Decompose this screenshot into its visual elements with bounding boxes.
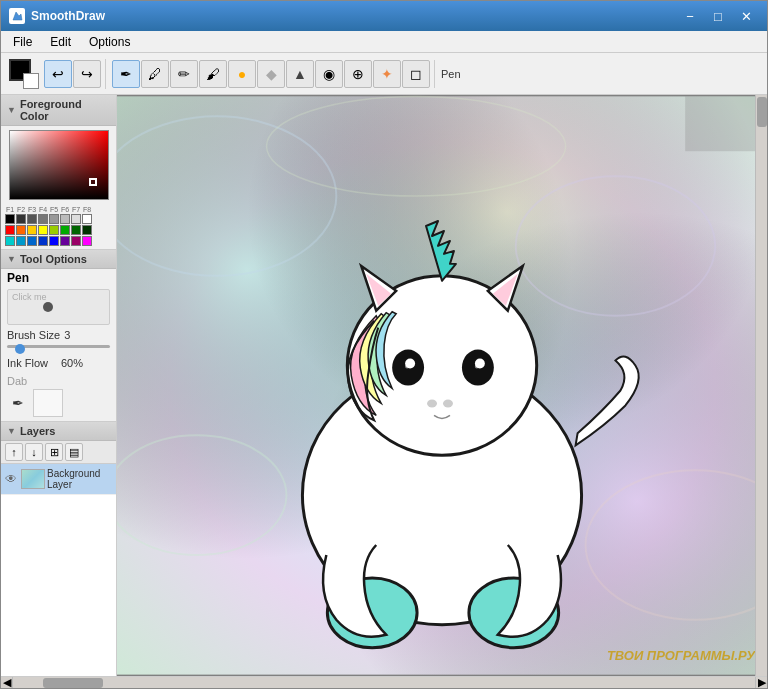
left-panel: ▼ Foreground Color F1 F2 F3 [1,95,117,676]
dab-preview-box[interactable] [33,389,63,417]
toolbar-nav-section: ↩ ↪ [5,59,106,89]
swatch-green[interactable] [60,225,70,235]
layer-item-background[interactable]: 👁 Background Layer [1,464,116,495]
color-swatch-area[interactable] [9,59,39,89]
maximize-button[interactable]: □ [705,6,731,26]
layers-toolbar: ↑ ↓ ⊞ ▤ [1,441,116,464]
layer-visible-icon[interactable]: 👁 [5,472,19,486]
pen-dab-icon: ✒ [7,392,29,414]
layer-add-button[interactable]: ⊞ [45,443,63,461]
redo-button[interactable]: ↪ [73,60,101,88]
swatch-dblue[interactable] [38,236,48,246]
brush-size-row: Brush Size 3 [1,327,116,343]
brush-size-slider-container[interactable] [1,345,116,355]
pen-tool-label: Pen [437,68,465,80]
brush2-button[interactable]: ✏ [170,60,198,88]
swatch-silver[interactable] [71,214,81,224]
tool-options-label: Tool Options [20,253,87,265]
swatch-sky[interactable] [16,236,26,246]
brush6-button[interactable]: ▲ [286,60,314,88]
brush4-button[interactable]: ● [228,60,256,88]
menu-file[interactable]: File [5,33,40,51]
app-icon [9,8,25,24]
brush3-button[interactable]: 🖌 [199,60,227,88]
swatch-gold[interactable] [27,225,37,235]
layers-section: ▼ Layers ↑ ↓ ⊞ ▤ 👁 Background Layer [1,422,116,676]
swatch-fuchsia[interactable] [82,236,92,246]
swatch-purple[interactable] [60,236,70,246]
foreground-color-header[interactable]: ▼ Foreground Color [1,95,116,126]
f3-label: F3 [27,206,37,213]
layer-down-button[interactable]: ↓ [25,443,43,461]
f2-label: F2 [16,206,26,213]
layers-header[interactable]: ▼ Layers [1,422,116,441]
brush-size-value: 3 [64,329,70,341]
h-scroll-left-btn[interactable]: ◀ [1,677,13,688]
brush8-button[interactable]: ⊕ [344,60,372,88]
f5-label: F5 [49,206,59,213]
undo-button[interactable]: ↩ [44,60,72,88]
vertical-scroll-thumb[interactable] [757,97,767,127]
brush-size-track[interactable] [7,345,110,353]
menu-options[interactable]: Options [81,33,138,51]
swatch-white[interactable] [82,214,92,224]
background-swatch[interactable] [23,73,39,89]
layer-name: Background Layer [47,468,112,490]
h-scroll-track[interactable] [13,677,755,688]
brush1-button[interactable]: 🖊 [141,60,169,88]
dab-label: Dab [7,375,110,387]
canvas-area[interactable]: ТВОИ ПРОГРАММЫ.РУ [117,95,767,676]
menu-bar: File Edit Options [1,31,767,53]
swatch-dgray[interactable] [27,214,37,224]
swatch-lgray[interactable] [60,214,70,224]
swatch-navy[interactable] [49,236,59,246]
f7-label: F7 [71,206,81,213]
app-title: SmoothDraw [31,9,105,23]
brush-size-label: Brush Size [7,329,60,341]
swatch-yellow[interactable] [38,225,48,235]
svg-point-17 [475,365,479,369]
horizontal-scrollbar[interactable]: ◀ ▶ [1,676,767,688]
h-scroll-thumb[interactable] [43,678,103,688]
brush7-button[interactable]: ◉ [315,60,343,88]
canvas-svg: ТВОИ ПРОГРАММЫ.РУ [117,95,767,676]
brush9-button[interactable]: ✦ [373,60,401,88]
swatch-black[interactable] [5,214,15,224]
watermark-text: ТВОИ ПРОГРАММЫ.РУ [607,648,756,663]
swatch-lime[interactable] [49,225,59,235]
vertical-scrollbar[interactable] [755,95,767,676]
tool-options-header[interactable]: ▼ Tool Options [1,250,116,269]
swatch-forest[interactable] [82,225,92,235]
ink-flow-value: 60% [61,357,83,369]
eraser-button[interactable]: ◻ [402,60,430,88]
swatch-dark[interactable] [16,214,26,224]
ink-flow-label: Ink Flow [7,357,57,369]
close-button[interactable]: ✕ [733,6,759,26]
color-picker-gradient[interactable] [9,130,109,200]
h-scroll-right-btn[interactable]: ▶ [755,677,767,688]
swatch-dgreen[interactable] [71,225,81,235]
minimize-button[interactable]: − [677,6,703,26]
swatch-mgray[interactable] [38,214,48,224]
swatch-red[interactable] [5,225,15,235]
toolbar: ↩ ↪ ✒ 🖊 ✏ 🖌 ● ◆ ▲ ◉ ⊕ ✦ ◻ Pen [1,53,767,95]
menu-edit[interactable]: Edit [42,33,79,51]
swatch-orange[interactable] [16,225,26,235]
swatch-magenta[interactable] [71,236,81,246]
swatch-teal[interactable] [5,236,15,246]
layer-up-button[interactable]: ↑ [5,443,23,461]
toolbar-tools-section: ✒ 🖊 ✏ 🖌 ● ◆ ▲ ◉ ⊕ ✦ ◻ [108,60,435,88]
swatch-blue[interactable] [27,236,37,246]
brush-size-thumb[interactable] [15,344,25,354]
main-content: ▼ Foreground Color F1 F2 F3 [1,95,767,676]
swatch-gray[interactable] [49,214,59,224]
pressure-thumb[interactable] [43,302,53,312]
layer-thumbnail [21,469,45,489]
color-row-2 [5,236,112,246]
pen-tool-button[interactable]: ✒ [112,60,140,88]
pressure-slider-area[interactable]: Click me [7,289,110,325]
color-palette: F1 F2 F3 F4 F5 F6 F7 F8 [1,204,116,249]
brush5-button[interactable]: ◆ [257,60,285,88]
layer-menu-button[interactable]: ▤ [65,443,83,461]
ink-flow-row: Ink Flow 60% [1,355,116,371]
